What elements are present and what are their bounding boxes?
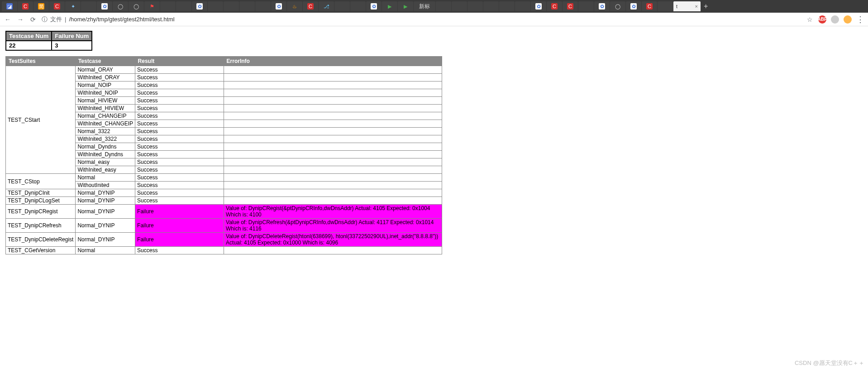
star-icon[interactable]: ☆	[806, 15, 814, 24]
browser-tab[interactable]: ✿	[594, 1, 610, 11]
table-row: TEST_DynipCInitNormal_DYNIPSuccess	[6, 189, 442, 197]
browser-tab[interactable]	[239, 1, 255, 11]
errorinfo-cell: Value of: DynipCRefresh(&ptDynipCRInfo,d…	[224, 219, 442, 233]
browser-tab[interactable]: ✿	[97, 1, 112, 11]
browser-tab[interactable]: ▶	[382, 1, 397, 11]
browser-tab[interactable]	[499, 1, 515, 11]
errorinfo-cell: Value of: DynipCDeleteRegist(htonl(63869…	[224, 233, 442, 247]
errorinfo-cell	[224, 81, 442, 89]
browser-tab[interactable]: ♨	[287, 1, 302, 11]
browser-tab-active[interactable]: t×	[673, 1, 701, 11]
browser-tab[interactable]: ⎇	[319, 1, 334, 11]
browser-tab[interactable]	[436, 1, 451, 11]
browser-tab[interactable]: C	[642, 1, 657, 11]
testcase-name-cell: WithInited_Dyndns	[76, 151, 135, 158]
browser-tab[interactable]	[578, 1, 594, 11]
browser-tab[interactable]: ✿	[626, 1, 641, 11]
tab-favicon-icon: ✿	[101, 3, 108, 10]
browser-tab[interactable]: C	[49, 1, 65, 11]
result-cell: Success	[135, 166, 224, 174]
browser-tab[interactable]	[255, 1, 271, 11]
browser-tab[interactable]	[334, 1, 350, 11]
table-row: TEST_CStopNormalSuccess	[6, 174, 442, 182]
result-cell: Success	[135, 189, 224, 197]
browser-tab[interactable]	[658, 1, 673, 11]
browser-tab[interactable]	[350, 1, 366, 11]
tab-favicon-icon	[440, 3, 447, 10]
reload-button[interactable]: ⟳	[29, 15, 37, 24]
result-cell: Success	[135, 182, 224, 189]
testcase-name-cell: Normal_3322	[76, 128, 135, 135]
browser-tab[interactable]: 简	[33, 1, 49, 11]
browser-tab[interactable]: ✿	[366, 1, 382, 11]
browser-tab[interactable]	[515, 1, 530, 11]
browser-tab[interactable]: ✿	[192, 1, 207, 11]
forward-button[interactable]: →	[16, 15, 24, 24]
browser-tab[interactable]	[452, 1, 467, 11]
browser-tab[interactable]: ✿	[271, 1, 286, 11]
browser-tab[interactable]: C	[563, 1, 578, 11]
suite-name-cell: TEST_CStop	[6, 174, 76, 189]
browser-tab[interactable]	[81, 1, 96, 11]
browser-tab[interactable]	[208, 1, 223, 11]
new-tab-button[interactable]: +	[704, 2, 708, 10]
browser-tab[interactable]	[160, 1, 176, 11]
browser-menu-icon[interactable]: ⋮	[856, 15, 864, 24]
extension-icon[interactable]	[831, 15, 839, 24]
browser-tab[interactable]: ◪	[2, 1, 17, 11]
tab-favicon-icon	[228, 3, 234, 10]
table-row: TEST_CStartNormal_ORAYSuccess	[6, 66, 442, 74]
result-cell: Success	[135, 105, 224, 112]
errorinfo-cell	[224, 74, 442, 81]
result-cell: Success	[135, 81, 224, 89]
tab-favicon-icon: ▶	[402, 3, 409, 10]
result-cell: Success	[135, 158, 224, 166]
tab-favicon-icon: ✿	[535, 3, 542, 10]
suite-name-cell: TEST_DynipCDeleteRegist	[6, 233, 76, 247]
result-cell: Success	[135, 247, 224, 254]
browser-tab[interactable]: C	[303, 1, 318, 11]
tab-favicon-icon	[86, 3, 92, 10]
browser-tab[interactable]: C	[18, 1, 33, 11]
browser-tab[interactable]	[224, 1, 239, 11]
browser-tab[interactable]: ◯	[610, 1, 625, 11]
browser-tab[interactable]	[467, 1, 483, 11]
browser-tab[interactable]: ▶	[398, 1, 413, 11]
browser-tab[interactable]: ⚑	[144, 1, 160, 11]
errorinfo-cell	[224, 166, 442, 174]
tab-favicon-icon: ✿	[630, 3, 637, 10]
tab-favicon-icon: C	[646, 3, 653, 10]
tab-favicon-icon: ◯	[133, 3, 139, 10]
browser-tab[interactable]	[176, 1, 191, 11]
result-cell: Success	[135, 128, 224, 135]
browser-tab[interactable]	[483, 1, 499, 11]
tab-favicon-icon: ◯	[117, 3, 124, 10]
suite-name-cell: TEST_CStart	[6, 66, 76, 174]
browser-tab[interactable]: ✦	[65, 1, 81, 11]
tab-favicon-icon: ◯	[615, 3, 621, 10]
browser-tab[interactable]: ✿	[531, 1, 546, 11]
errorinfo-cell	[224, 247, 442, 254]
browser-tab[interactable]: ◯	[113, 1, 128, 11]
browser-tab[interactable]: ◯	[129, 1, 144, 11]
tab-favicon-icon	[212, 3, 219, 10]
back-button[interactable]: ←	[4, 15, 12, 24]
browser-tab[interactable]: 新标	[414, 1, 435, 11]
url-input[interactable]: ⓘ 文件 | /home/zhy/tmp/gtest/gtest2html/te…	[42, 15, 801, 24]
testcase-name-cell: WithoutInited	[76, 182, 135, 189]
tab-favicon-icon	[662, 3, 668, 10]
testcase-name-cell: Normal_DYNIP	[76, 219, 135, 233]
tab-favicon-icon	[456, 3, 463, 10]
errorinfo-cell	[224, 105, 442, 112]
errorinfo-cell	[224, 182, 442, 189]
abp-icon[interactable]: ABP	[818, 15, 826, 24]
result-cell: Success	[135, 174, 224, 182]
tab-favicon-icon: C	[22, 3, 29, 10]
errorinfo-cell	[224, 97, 442, 105]
profile-avatar-icon[interactable]	[844, 15, 852, 24]
browser-tab[interactable]: C	[547, 1, 562, 11]
info-icon[interactable]: ⓘ	[42, 15, 48, 24]
tab-favicon-icon	[583, 3, 589, 10]
errorinfo-cell	[224, 151, 442, 158]
close-icon[interactable]: ×	[695, 4, 698, 9]
